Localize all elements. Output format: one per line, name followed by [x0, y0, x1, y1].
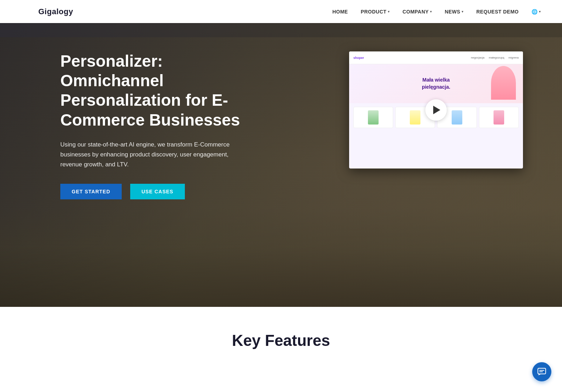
chat-button[interactable] — [532, 362, 551, 381]
nav-item-language[interactable]: 🌐 ▾ — [531, 9, 541, 15]
screen-product-1 — [353, 107, 393, 128]
nav-news-link[interactable]: NEWS — [445, 9, 460, 15]
product-image-2 — [410, 110, 420, 125]
globe-icon: 🌐 — [531, 9, 538, 15]
screen-logo-text: shoper — [353, 56, 364, 60]
get-started-button[interactable]: GET STARTED — [60, 184, 122, 199]
nav-company-link[interactable]: COMPANY — [402, 9, 429, 15]
hero-screen-mockup: shoper negocjacja małegozupą migrena Mał… — [349, 51, 523, 169]
screen-nav-item-1: negocjacja — [471, 56, 484, 59]
nav-item-home[interactable]: HOME — [332, 9, 348, 15]
product-image-1 — [368, 110, 379, 125]
logo-icon — [21, 5, 35, 19]
product-image-3 — [452, 110, 462, 125]
nav-links: HOME PRODUCT ▾ COMPANY ▾ NEWS ▾ REQUEST … — [332, 9, 541, 15]
svg-point-0 — [23, 6, 27, 10]
screen-nav-item-3: migrena — [508, 56, 519, 59]
svg-point-1 — [28, 6, 31, 9]
screen-logo: shoper — [353, 56, 364, 60]
chat-icon — [537, 368, 546, 376]
nav-product-link[interactable]: PRODUCT — [361, 9, 387, 15]
language-selector[interactable]: 🌐 ▾ — [531, 9, 541, 15]
screen-banner-image — [491, 66, 516, 100]
svg-point-5 — [32, 12, 34, 14]
screen-header: shoper negocjacja małegozupą migrena — [349, 51, 523, 64]
play-icon — [433, 106, 440, 114]
navbar: Gigalogy HOME PRODUCT ▾ COMPANY ▾ NEWS ▾… — [0, 0, 562, 23]
screen-product-4 — [479, 107, 519, 128]
screen-nav: negocjacja małegozupą migrena — [471, 56, 519, 59]
screen-banner-line1: Mała wielka — [422, 77, 450, 84]
key-features-section: Key Features — [0, 307, 562, 392]
news-dropdown-arrow: ▾ — [462, 10, 463, 13]
logo-text: Gigalogy — [38, 7, 73, 16]
hero-content: Personalizer: Omnichannel Personalizatio… — [60, 51, 263, 199]
screen-nav-item-2: małegozupą — [489, 56, 505, 59]
product-image-4 — [494, 110, 504, 125]
svg-point-6 — [26, 14, 28, 17]
nav-item-request-demo[interactable]: REQUEST DEMO — [476, 9, 519, 15]
svg-point-4 — [27, 10, 31, 13]
svg-point-2 — [31, 8, 33, 11]
product-dropdown-arrow: ▾ — [388, 10, 390, 13]
hero-section: Personalizer: Omnichannel Personalizatio… — [0, 23, 562, 307]
svg-point-3 — [24, 11, 27, 14]
nav-item-product[interactable]: PRODUCT ▾ — [361, 9, 390, 15]
screen-banner-text-area: Mała wielka pielęgnacja. — [422, 77, 450, 90]
nav-item-company[interactable]: COMPANY ▾ — [402, 9, 432, 15]
nav-home-link[interactable]: HOME — [332, 9, 348, 15]
svg-rect-8 — [538, 368, 546, 374]
key-features-title: Key Features — [0, 332, 562, 349]
screen-banner: Mała wielka pielęgnacja. — [349, 64, 523, 103]
language-dropdown-arrow: ▾ — [539, 10, 541, 13]
screen-banner-line2: pielęgnacja. — [422, 84, 450, 91]
logo[interactable]: Gigalogy — [21, 5, 73, 19]
hero-title: Personalizer: Omnichannel Personalizatio… — [60, 51, 263, 130]
svg-point-7 — [29, 14, 32, 16]
play-button[interactable] — [425, 99, 447, 121]
nav-request-demo-link[interactable]: REQUEST DEMO — [476, 9, 519, 15]
hero-subtitle: Using our state-of-the-art AI engine, we… — [60, 140, 238, 170]
company-dropdown-arrow: ▾ — [430, 10, 432, 13]
nav-item-news[interactable]: NEWS ▾ — [445, 9, 463, 15]
use-cases-button[interactable]: USE CASES — [130, 184, 185, 199]
hero-buttons: GET STARTED USE CASES — [60, 184, 263, 199]
